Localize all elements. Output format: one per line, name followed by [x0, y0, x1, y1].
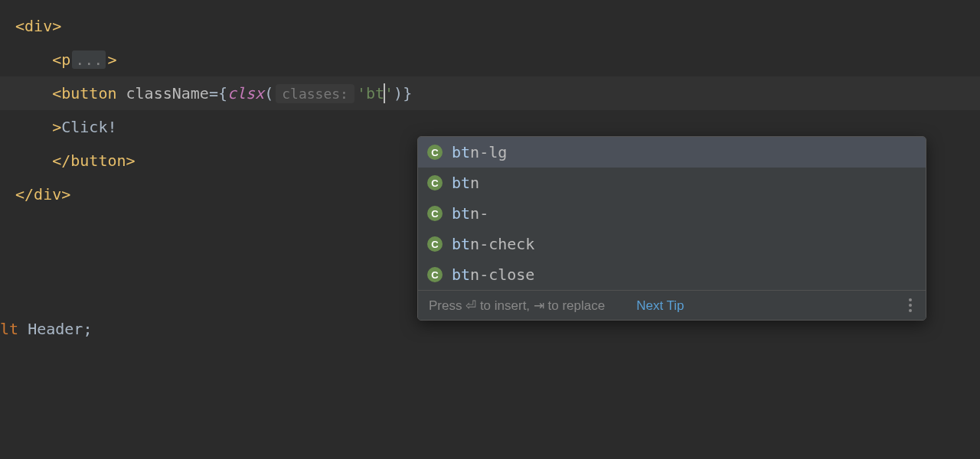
- class-icon: C: [427, 267, 443, 282]
- footer-hint-text: Press ⏎ to insert, ⇥ to replace: [429, 298, 605, 313]
- autocomplete-item[interactable]: Cbtn-: [418, 198, 926, 229]
- typed-text: bt: [366, 84, 384, 103]
- code-line[interactable]: <p...>: [0, 43, 980, 76]
- autocomplete-footer: Press ⏎ to insert, ⇥ to replace Next Tip: [418, 290, 926, 320]
- function-call: clsx: [227, 84, 264, 103]
- class-icon: C: [427, 175, 443, 190]
- fold-collapsed-icon[interactable]: ...: [72, 50, 106, 69]
- text-cursor: [384, 83, 385, 103]
- tag-open-bracket: <: [15, 17, 24, 35]
- autocomplete-label: btn-: [452, 204, 488, 223]
- tag-name: div: [24, 17, 52, 35]
- autocomplete-label: btn-close: [452, 265, 534, 284]
- autocomplete-item[interactable]: Cbtn-close: [418, 259, 926, 290]
- tag-name: button: [61, 84, 116, 103]
- attribute-name: className: [126, 84, 209, 103]
- text-content: Click!: [61, 118, 116, 136]
- next-tip-link[interactable]: Next Tip: [636, 298, 684, 313]
- autocomplete-item[interactable]: Cbtn-lg: [418, 137, 926, 168]
- autocomplete-item[interactable]: Cbtn-check: [418, 229, 926, 259]
- tag-name: div: [34, 185, 61, 203]
- identifier: Header: [28, 320, 83, 338]
- tag-close-bracket: >: [52, 17, 61, 35]
- class-icon: C: [427, 206, 443, 221]
- tag-name: p: [61, 50, 70, 69]
- tag-name: button: [70, 151, 126, 170]
- autocomplete-label: btn-lg: [452, 143, 507, 161]
- inlay-parameter-hint: classes:: [276, 84, 354, 103]
- autocomplete-label: btn: [452, 174, 479, 192]
- class-icon: C: [427, 236, 443, 252]
- autocomplete-label: btn-check: [452, 235, 534, 253]
- autocomplete-item[interactable]: Cbtn: [418, 168, 926, 198]
- code-line-current[interactable]: <button className={clsx(classes:'bt')}: [0, 76, 980, 110]
- tag-open-bracket: <: [52, 50, 61, 69]
- kebab-menu-icon[interactable]: [906, 297, 915, 314]
- autocomplete-popup[interactable]: Cbtn-lgCbtnCbtn-Cbtn-checkCbtn-close Pre…: [417, 136, 926, 321]
- tag-close-bracket: >: [107, 50, 116, 69]
- code-line[interactable]: <div>: [0, 9, 980, 43]
- class-icon: C: [427, 145, 443, 160]
